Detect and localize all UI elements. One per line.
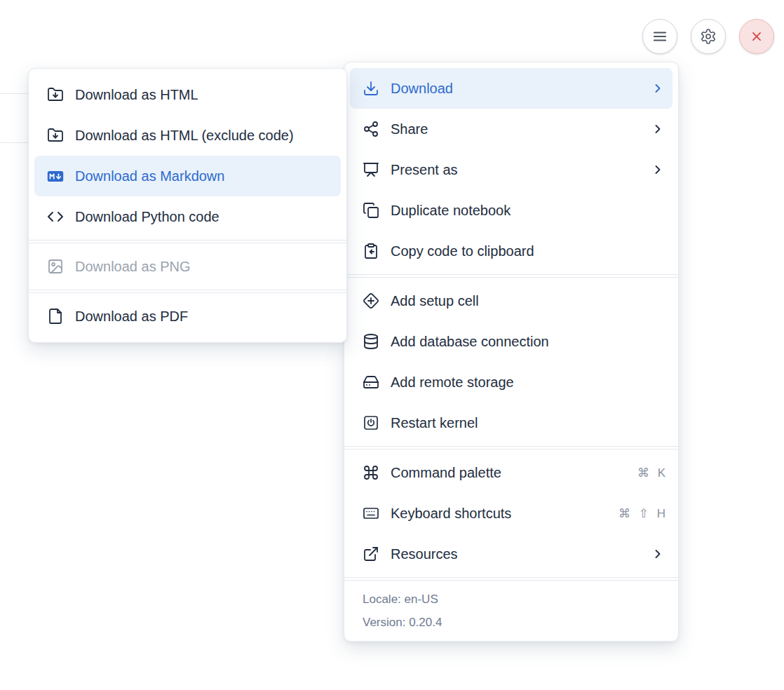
menu-separator xyxy=(344,446,678,449)
chevron-right-icon xyxy=(650,81,665,96)
menu-item-label: Add remote storage xyxy=(391,374,665,391)
power-square-icon xyxy=(363,414,379,431)
menu-item-duplicate-notebook[interactable]: Duplicate notebook xyxy=(350,190,673,231)
menu-item-label: Present as xyxy=(391,162,639,178)
menu-item-copy-code-to-clipboard[interactable]: Copy code to clipboard xyxy=(350,231,673,271)
shortcut-hint: ⌘ K xyxy=(637,466,665,480)
close-icon xyxy=(749,29,764,44)
menu-item-add-database-connection[interactable]: Add database connection xyxy=(350,321,673,362)
menu-item-download-python-code[interactable]: Download Python code xyxy=(34,196,341,237)
menu-separator xyxy=(29,290,346,293)
notebook-menu: DownloadSharePresent asDuplicate noteboo… xyxy=(344,62,679,642)
menu-item-add-setup-cell[interactable]: Add setup cell xyxy=(350,280,673,321)
menu-item-download-as-html[interactable]: Download as HTML xyxy=(34,74,341,115)
code-icon xyxy=(47,208,64,225)
duplicate-icon xyxy=(363,202,379,219)
menu-item-label: Download as PDF xyxy=(75,309,334,325)
diamond-plus-icon xyxy=(363,292,379,309)
page-divider-line xyxy=(0,142,29,143)
menu-item-label: Add database connection xyxy=(391,334,665,350)
menu-item-restart-kernel[interactable]: Restart kernel xyxy=(350,402,673,443)
gear-icon xyxy=(700,28,717,45)
external-link-icon xyxy=(363,546,379,562)
menu-item-download-as-png: Download as PNG xyxy=(34,246,341,287)
menu-item-label: Restart kernel xyxy=(391,415,665,431)
menu-item-label: Duplicate notebook xyxy=(391,203,665,219)
menu-item-label: Download as PNG xyxy=(75,259,334,275)
chevron-right-icon xyxy=(650,546,665,562)
hamburger-icon xyxy=(651,28,668,45)
command-icon xyxy=(363,464,379,481)
menu-item-add-remote-storage[interactable]: Add remote storage xyxy=(350,362,673,402)
keyboard-icon xyxy=(363,505,379,522)
file-icon xyxy=(47,308,64,325)
close-button[interactable] xyxy=(739,19,774,54)
markdown-download-icon xyxy=(47,168,64,184)
shortcut-hint: ⌘ ⇧ H xyxy=(619,506,665,521)
menu-item-label: Share xyxy=(391,121,639,137)
chevron-right-icon xyxy=(650,121,665,137)
floating-toolbar xyxy=(642,19,774,54)
menu-item-present-as[interactable]: Present as xyxy=(350,149,673,190)
menu-item-label: Download Python code xyxy=(75,209,334,225)
page-divider-line xyxy=(0,93,29,94)
settings-button[interactable] xyxy=(691,19,726,54)
menu-item-download-as-html-exclude-code[interactable]: Download as HTML (exclude code) xyxy=(34,115,341,156)
locale-text: Locale: en-US xyxy=(363,588,660,611)
menu-item-label: Keyboard shortcuts xyxy=(391,506,607,522)
hard-drive-icon xyxy=(363,374,379,391)
menu-separator xyxy=(344,577,678,581)
download-submenu: Download as HTMLDownload as HTML (exclud… xyxy=(28,68,347,343)
menu-item-label: Copy code to clipboard xyxy=(391,243,665,259)
menu-item-command-palette[interactable]: Command palette⌘ K xyxy=(350,452,673,493)
menu-item-label: Command palette xyxy=(391,465,626,481)
menu-item-label: Download xyxy=(391,81,639,97)
menu-groups: Download as HTMLDownload as HTML (exclud… xyxy=(29,74,346,337)
menu-item-download[interactable]: Download xyxy=(350,68,673,109)
chevron-right-icon xyxy=(650,162,665,177)
menu-item-resources[interactable]: Resources xyxy=(350,534,673,574)
menu-button[interactable] xyxy=(642,19,677,54)
menu-item-label: Download as HTML (exclude code) xyxy=(75,128,334,144)
image-icon xyxy=(47,258,64,275)
version-text: Version: 0.20.4 xyxy=(363,611,660,634)
database-icon xyxy=(363,333,379,350)
menu-item-download-as-pdf[interactable]: Download as PDF xyxy=(34,296,341,337)
share-icon xyxy=(363,121,379,137)
menu-item-download-as-markdown[interactable]: Download as Markdown xyxy=(34,156,341,196)
menu-item-keyboard-shortcuts[interactable]: Keyboard shortcuts⌘ ⇧ H xyxy=(350,493,673,534)
presentation-icon xyxy=(363,161,379,178)
menu-separator xyxy=(29,240,346,243)
menu-item-label: Add setup cell xyxy=(391,293,665,309)
clipboard-copy-icon xyxy=(363,243,379,259)
menu-item-share[interactable]: Share xyxy=(350,109,673,149)
menu-separator xyxy=(344,274,678,278)
menu-item-label: Download as Markdown xyxy=(75,168,334,184)
menu-item-label: Download as HTML xyxy=(75,87,334,103)
menu-footer: Locale: en-US Version: 0.20.4 xyxy=(344,583,678,638)
folder-down-icon xyxy=(47,127,64,144)
folder-down-icon xyxy=(47,86,64,103)
download-icon xyxy=(363,80,379,97)
menu-groups: DownloadSharePresent asDuplicate noteboo… xyxy=(344,68,678,574)
menu-item-label: Resources xyxy=(391,546,639,562)
